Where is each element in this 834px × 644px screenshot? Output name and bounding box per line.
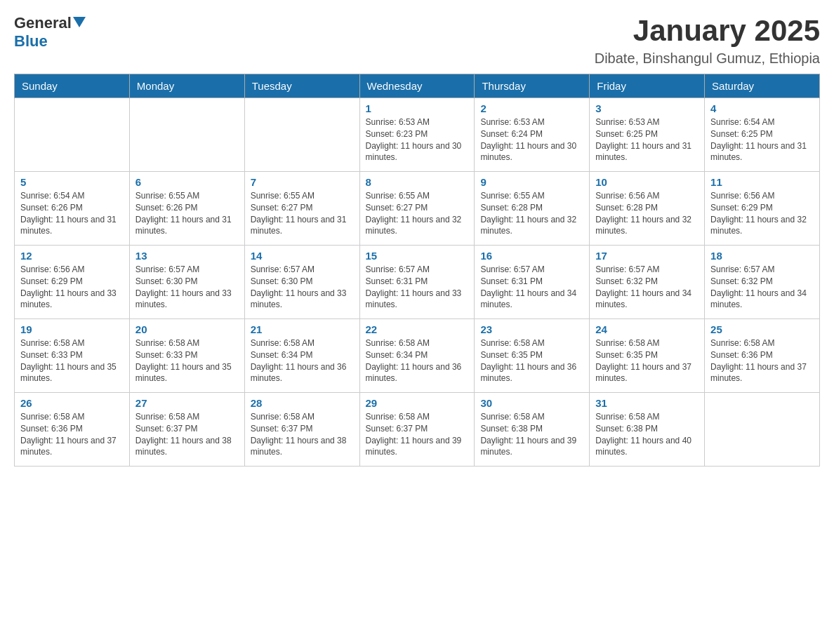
calendar-cell: 18Sunrise: 6:57 AM Sunset: 6:32 PM Dayli… bbox=[705, 246, 820, 319]
calendar-cell: 25Sunrise: 6:58 AM Sunset: 6:36 PM Dayli… bbox=[705, 319, 820, 393]
day-number: 7 bbox=[251, 176, 354, 188]
calendar-cell: 14Sunrise: 6:57 AM Sunset: 6:30 PM Dayli… bbox=[244, 246, 359, 319]
day-number: 18 bbox=[710, 250, 814, 262]
calendar-cell: 24Sunrise: 6:58 AM Sunset: 6:35 PM Dayli… bbox=[590, 319, 705, 393]
calendar-cell: 16Sunrise: 6:57 AM Sunset: 6:31 PM Dayli… bbox=[475, 246, 590, 319]
day-info: Sunrise: 6:57 AM Sunset: 6:32 PM Dayligh… bbox=[595, 264, 699, 311]
day-info: Sunrise: 6:56 AM Sunset: 6:28 PM Dayligh… bbox=[595, 190, 699, 237]
month-title: January 2025 bbox=[595, 14, 820, 48]
day-info: Sunrise: 6:54 AM Sunset: 6:26 PM Dayligh… bbox=[20, 190, 124, 237]
calendar-cell: 8Sunrise: 6:55 AM Sunset: 6:27 PM Daylig… bbox=[359, 172, 475, 246]
day-number: 24 bbox=[595, 323, 699, 335]
calendar-cell: 7Sunrise: 6:55 AM Sunset: 6:27 PM Daylig… bbox=[244, 172, 359, 246]
logo-triangle-icon bbox=[73, 17, 86, 27]
day-number: 16 bbox=[480, 250, 583, 262]
day-number: 21 bbox=[251, 323, 354, 335]
calendar-week-1: 1Sunrise: 6:53 AM Sunset: 6:23 PM Daylig… bbox=[15, 98, 820, 172]
day-info: Sunrise: 6:58 AM Sunset: 6:34 PM Dayligh… bbox=[251, 337, 354, 384]
calendar-cell: 4Sunrise: 6:54 AM Sunset: 6:25 PM Daylig… bbox=[705, 98, 820, 172]
day-number: 17 bbox=[595, 250, 699, 262]
calendar-cell: 11Sunrise: 6:56 AM Sunset: 6:29 PM Dayli… bbox=[705, 172, 820, 246]
page-header: General Blue January 2025 Dibate, Binsha… bbox=[14, 14, 820, 67]
day-number: 1 bbox=[366, 102, 469, 114]
day-info: Sunrise: 6:58 AM Sunset: 6:35 PM Dayligh… bbox=[595, 337, 699, 384]
day-info: Sunrise: 6:58 AM Sunset: 6:35 PM Dayligh… bbox=[480, 337, 583, 384]
day-info: Sunrise: 6:55 AM Sunset: 6:27 PM Dayligh… bbox=[251, 190, 354, 237]
day-info: Sunrise: 6:57 AM Sunset: 6:31 PM Dayligh… bbox=[480, 264, 583, 311]
day-number: 25 bbox=[710, 323, 814, 335]
calendar-table: SundayMondayTuesdayWednesdayThursdayFrid… bbox=[14, 74, 820, 467]
calendar-cell: 29Sunrise: 6:58 AM Sunset: 6:37 PM Dayli… bbox=[359, 393, 475, 467]
day-number: 8 bbox=[366, 176, 469, 188]
calendar-cell: 28Sunrise: 6:58 AM Sunset: 6:37 PM Dayli… bbox=[244, 393, 359, 467]
logo-blue-text: Blue bbox=[14, 32, 48, 50]
day-number: 29 bbox=[366, 397, 469, 409]
day-number: 3 bbox=[595, 102, 699, 114]
day-number: 6 bbox=[135, 176, 239, 188]
calendar-cell: 30Sunrise: 6:58 AM Sunset: 6:38 PM Dayli… bbox=[475, 393, 590, 467]
title-section: January 2025 Dibate, Binshangul Gumuz, E… bbox=[595, 14, 820, 67]
weekday-header-saturday: Saturday bbox=[705, 74, 820, 98]
calendar-cell: 2Sunrise: 6:53 AM Sunset: 6:24 PM Daylig… bbox=[475, 98, 590, 172]
day-info: Sunrise: 6:54 AM Sunset: 6:25 PM Dayligh… bbox=[710, 116, 814, 163]
calendar-cell: 17Sunrise: 6:57 AM Sunset: 6:32 PM Dayli… bbox=[590, 246, 705, 319]
day-number: 13 bbox=[135, 250, 239, 262]
day-number: 11 bbox=[710, 176, 814, 188]
day-number: 20 bbox=[135, 323, 239, 335]
calendar-cell: 10Sunrise: 6:56 AM Sunset: 6:28 PM Dayli… bbox=[590, 172, 705, 246]
day-info: Sunrise: 6:57 AM Sunset: 6:32 PM Dayligh… bbox=[710, 264, 814, 311]
day-info: Sunrise: 6:57 AM Sunset: 6:30 PM Dayligh… bbox=[135, 264, 239, 311]
calendar-cell: 15Sunrise: 6:57 AM Sunset: 6:31 PM Dayli… bbox=[359, 246, 475, 319]
calendar-cell: 9Sunrise: 6:55 AM Sunset: 6:28 PM Daylig… bbox=[475, 172, 590, 246]
day-number: 5 bbox=[20, 176, 124, 188]
weekday-header-sunday: Sunday bbox=[15, 74, 130, 98]
day-number: 31 bbox=[595, 397, 699, 409]
day-number: 14 bbox=[251, 250, 354, 262]
day-info: Sunrise: 6:55 AM Sunset: 6:26 PM Dayligh… bbox=[135, 190, 239, 237]
day-info: Sunrise: 6:58 AM Sunset: 6:37 PM Dayligh… bbox=[366, 411, 469, 458]
weekday-header-tuesday: Tuesday bbox=[244, 74, 359, 98]
day-number: 22 bbox=[366, 323, 469, 335]
day-number: 12 bbox=[20, 250, 124, 262]
calendar-cell: 22Sunrise: 6:58 AM Sunset: 6:34 PM Dayli… bbox=[359, 319, 475, 393]
day-number: 15 bbox=[366, 250, 469, 262]
calendar-week-4: 19Sunrise: 6:58 AM Sunset: 6:33 PM Dayli… bbox=[15, 319, 820, 393]
calendar-cell: 13Sunrise: 6:57 AM Sunset: 6:30 PM Dayli… bbox=[129, 246, 244, 319]
calendar-week-3: 12Sunrise: 6:56 AM Sunset: 6:29 PM Dayli… bbox=[15, 246, 820, 319]
day-info: Sunrise: 6:58 AM Sunset: 6:33 PM Dayligh… bbox=[135, 337, 239, 384]
day-info: Sunrise: 6:53 AM Sunset: 6:23 PM Dayligh… bbox=[366, 116, 469, 163]
calendar-cell bbox=[129, 98, 244, 172]
day-number: 26 bbox=[20, 397, 124, 409]
day-info: Sunrise: 6:56 AM Sunset: 6:29 PM Dayligh… bbox=[20, 264, 124, 311]
weekday-header-thursday: Thursday bbox=[475, 74, 590, 98]
calendar-cell: 23Sunrise: 6:58 AM Sunset: 6:35 PM Dayli… bbox=[475, 319, 590, 393]
day-info: Sunrise: 6:53 AM Sunset: 6:24 PM Dayligh… bbox=[480, 116, 583, 163]
day-info: Sunrise: 6:58 AM Sunset: 6:38 PM Dayligh… bbox=[480, 411, 583, 458]
day-info: Sunrise: 6:58 AM Sunset: 6:37 PM Dayligh… bbox=[251, 411, 354, 458]
calendar-cell: 1Sunrise: 6:53 AM Sunset: 6:23 PM Daylig… bbox=[359, 98, 475, 172]
day-number: 27 bbox=[135, 397, 239, 409]
day-info: Sunrise: 6:58 AM Sunset: 6:38 PM Dayligh… bbox=[595, 411, 699, 458]
day-info: Sunrise: 6:58 AM Sunset: 6:34 PM Dayligh… bbox=[366, 337, 469, 384]
calendar-cell: 21Sunrise: 6:58 AM Sunset: 6:34 PM Dayli… bbox=[244, 319, 359, 393]
day-info: Sunrise: 6:58 AM Sunset: 6:36 PM Dayligh… bbox=[710, 337, 814, 384]
calendar-cell: 20Sunrise: 6:58 AM Sunset: 6:33 PM Dayli… bbox=[129, 319, 244, 393]
calendar-week-2: 5Sunrise: 6:54 AM Sunset: 6:26 PM Daylig… bbox=[15, 172, 820, 246]
day-number: 23 bbox=[480, 323, 583, 335]
day-number: 2 bbox=[480, 102, 583, 114]
day-info: Sunrise: 6:55 AM Sunset: 6:28 PM Dayligh… bbox=[480, 190, 583, 237]
calendar-cell: 3Sunrise: 6:53 AM Sunset: 6:25 PM Daylig… bbox=[590, 98, 705, 172]
location-title: Dibate, Binshangul Gumuz, Ethiopia bbox=[595, 51, 820, 67]
calendar-cell: 19Sunrise: 6:58 AM Sunset: 6:33 PM Dayli… bbox=[15, 319, 130, 393]
day-info: Sunrise: 6:57 AM Sunset: 6:31 PM Dayligh… bbox=[366, 264, 469, 311]
calendar-cell bbox=[705, 393, 820, 467]
calendar-cell: 12Sunrise: 6:56 AM Sunset: 6:29 PM Dayli… bbox=[15, 246, 130, 319]
day-number: 4 bbox=[710, 102, 814, 114]
day-number: 30 bbox=[480, 397, 583, 409]
day-info: Sunrise: 6:53 AM Sunset: 6:25 PM Dayligh… bbox=[595, 116, 699, 163]
calendar-cell: 6Sunrise: 6:55 AM Sunset: 6:26 PM Daylig… bbox=[129, 172, 244, 246]
day-info: Sunrise: 6:56 AM Sunset: 6:29 PM Dayligh… bbox=[710, 190, 814, 237]
calendar-cell: 31Sunrise: 6:58 AM Sunset: 6:38 PM Dayli… bbox=[590, 393, 705, 467]
day-info: Sunrise: 6:55 AM Sunset: 6:27 PM Dayligh… bbox=[366, 190, 469, 237]
calendar-header-row: SundayMondayTuesdayWednesdayThursdayFrid… bbox=[15, 74, 820, 98]
